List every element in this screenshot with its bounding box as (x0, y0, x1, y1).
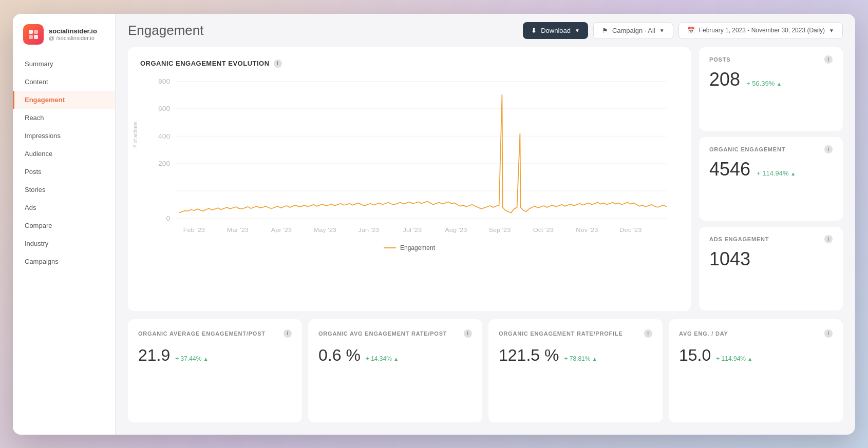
svg-rect-3 (34, 35, 38, 39)
svg-text:Mar '23: Mar '23 (227, 226, 249, 233)
brand-logo (23, 24, 44, 45)
sidebar-item-content[interactable]: Content (13, 73, 115, 91)
avg-engagement-post-value-row: 21.9 + 37.44% ▲ (138, 346, 292, 365)
posts-change: + 56.39% ▲ (746, 80, 782, 87)
metrics-column: POSTS i 208 + 56.39% ▲ ORGANIC ENGAGEM (699, 47, 843, 311)
svg-text:May '23: May '23 (314, 226, 337, 233)
ads-engagement-metric-label: ADS ENGAGEMENT i (709, 235, 833, 243)
ads-engagement-metric-card: ADS ENGAGEMENT i 1043 (699, 227, 843, 310)
svg-text:Oct '23: Oct '23 (533, 226, 554, 233)
avg-engagement-rate-post-label: ORGANIC AVG ENGAGEMENT RATE/POST i (318, 329, 472, 338)
avg-engagement-rate-post-value-row: 0.6 % + 14.34% ▲ (318, 346, 472, 365)
svg-rect-0 (29, 30, 33, 34)
svg-text:Aug '23: Aug '23 (445, 226, 467, 233)
svg-text:Nov '23: Nov '23 (576, 226, 598, 233)
up-arrow-icon: ▲ (777, 81, 782, 87)
svg-text:400: 400 (158, 132, 170, 140)
sidebar: socialinsider.io @ /socialinsider.io Sum… (13, 14, 116, 435)
avg-engagement-post-info-icon[interactable]: i (284, 329, 292, 338)
up-arrow-icon: ▲ (790, 171, 796, 177)
sidebar-item-impressions[interactable]: Impressions (13, 127, 115, 145)
posts-value: 208 (709, 69, 740, 90)
svg-text:Jun '23: Jun '23 (358, 226, 379, 233)
chart-area: 800 600 400 200 0 Feb '23 Mar '23 Apr '2… (140, 76, 678, 240)
sidebar-item-reach[interactable]: Reach (13, 109, 115, 127)
sidebar-item-stories[interactable]: Stories (13, 181, 115, 199)
up-arrow-icon: ▲ (592, 356, 597, 362)
avg-eng-day-change: + 114.94% ▲ (716, 355, 752, 362)
organic-engagement-info-icon[interactable]: i (824, 145, 833, 153)
sidebar-item-compare[interactable]: Compare (13, 217, 115, 235)
engagement-chart-card: ORGANIC ENGAGEMENT EVOLUTION i 800 (128, 47, 691, 311)
engagement-rate-profile-label: ORGANIC ENGAGEMENT RATE/PROFILE i (499, 329, 652, 338)
avg-eng-day-value: 15.0 (679, 346, 711, 365)
engagement-chart-svg: 800 600 400 200 0 Feb '23 Mar '23 Apr '2… (140, 76, 678, 240)
organic-engagement-metric-card: ORGANIC ENGAGEMENT i 4546 + 114.94% ▲ (699, 137, 843, 221)
sidebar-item-audience[interactable]: Audience (13, 145, 115, 163)
ads-engagement-value-row: 1043 (709, 248, 833, 270)
avg-engagement-post-change: + 37.44% ▲ (175, 355, 208, 362)
sidebar-item-industry[interactable]: Industry (13, 235, 115, 252)
up-arrow-icon: ▲ (747, 356, 752, 362)
date-range-label: February 1, 2023 - November 30, 2023 (Da… (699, 27, 825, 34)
campaign-filter-button[interactable]: ⚑ Campaign · All ▼ (593, 22, 673, 39)
up-arrow-icon: ▲ (203, 356, 209, 362)
main-content: Engagement ⬇ Download ▼ ⚑ Campaign · All… (116, 14, 855, 435)
avg-eng-day-label: AVG ENG. / DAY i (679, 329, 833, 338)
up-arrow-icon: ▲ (393, 356, 399, 362)
engagement-rate-profile-value: 121.5 % (499, 346, 559, 365)
content-area: ORGANIC ENGAGEMENT EVOLUTION i 800 (116, 47, 855, 435)
legend-label: Engagement (400, 244, 435, 251)
engagement-rate-profile-card: ORGANIC ENGAGEMENT RATE/PROFILE i 121.5 … (488, 319, 663, 422)
download-icon: ⬇ (531, 27, 537, 34)
avg-eng-day-card: AVG ENG. / DAY i 15.0 + 114.94% ▲ (669, 319, 843, 422)
sidebar-item-campaigns[interactable]: Campaigns (13, 252, 115, 270)
avg-engagement-rate-post-card: ORGANIC AVG ENGAGEMENT RATE/POST i 0.6 %… (308, 319, 482, 422)
svg-text:Jul '23: Jul '23 (403, 226, 422, 233)
calendar-icon: 📅 (687, 27, 695, 34)
avg-eng-day-value-row: 15.0 + 114.94% ▲ (679, 346, 833, 365)
download-button[interactable]: ⬇ Download ▼ (523, 22, 588, 39)
chart-legend: Engagement (140, 244, 678, 251)
chart-title: ORGANIC ENGAGEMENT EVOLUTION i (140, 60, 678, 68)
svg-text:Feb '23: Feb '23 (183, 226, 205, 233)
y-axis-label: # of actions (133, 121, 138, 147)
organic-engagement-change: + 114.94% ▲ (757, 169, 796, 177)
avg-eng-day-info-icon[interactable]: i (824, 329, 833, 338)
organic-engagement-metric-label: ORGANIC ENGAGEMENT i (709, 145, 833, 153)
download-label: Download (541, 27, 571, 34)
svg-rect-2 (29, 35, 33, 39)
page-title: Engagement (128, 23, 203, 38)
avg-engagement-post-label: ORGANIC AVERAGE ENGAGEMENT/POST i (138, 329, 292, 338)
posts-metric-card: POSTS i 208 + 56.39% ▲ (699, 47, 843, 131)
engagement-rate-profile-change: + 78.81% ▲ (564, 355, 597, 362)
chevron-down-icon: ▼ (829, 28, 834, 33)
bottom-stats: ORGANIC AVERAGE ENGAGEMENT/POST i 21.9 +… (128, 319, 843, 422)
sidebar-item-ads[interactable]: Ads (13, 199, 115, 217)
svg-text:0: 0 (166, 215, 170, 222)
legend-line (384, 247, 396, 248)
date-range-button[interactable]: 📅 February 1, 2023 - November 30, 2023 (… (678, 22, 843, 39)
avg-engagement-rate-post-change: + 14.34% ▲ (366, 355, 399, 362)
main-nav: Summary Content Engagement Reach Impress… (13, 55, 115, 270)
svg-text:600: 600 (158, 105, 170, 112)
campaign-label: Campaign · All (612, 27, 655, 34)
sidebar-item-posts[interactable]: Posts (13, 163, 115, 181)
engagement-rate-profile-info-icon[interactable]: i (644, 329, 652, 338)
top-bar: Engagement ⬇ Download ▼ ⚑ Campaign · All… (116, 14, 855, 47)
brand: socialinsider.io @ /socialinsider.io (13, 24, 115, 55)
posts-info-icon[interactable]: i (824, 55, 833, 64)
sidebar-item-engagement[interactable]: Engagement (13, 91, 115, 109)
sidebar-item-summary[interactable]: Summary (13, 55, 115, 73)
posts-metric-label: POSTS i (709, 55, 833, 64)
svg-rect-1 (34, 30, 38, 34)
chart-info-icon[interactable]: i (274, 60, 282, 68)
svg-text:Dec '23: Dec '23 (619, 226, 641, 233)
ads-engagement-info-icon[interactable]: i (824, 235, 833, 243)
ads-engagement-value: 1043 (709, 248, 750, 270)
chevron-down-icon: ▼ (575, 28, 580, 33)
avg-engagement-rate-post-info-icon[interactable]: i (464, 329, 472, 338)
avg-engagement-post-card: ORGANIC AVERAGE ENGAGEMENT/POST i 21.9 +… (128, 319, 302, 422)
posts-value-row: 208 + 56.39% ▲ (709, 69, 833, 90)
top-bar-actions: ⬇ Download ▼ ⚑ Campaign · All ▼ 📅 Februa… (523, 22, 843, 39)
